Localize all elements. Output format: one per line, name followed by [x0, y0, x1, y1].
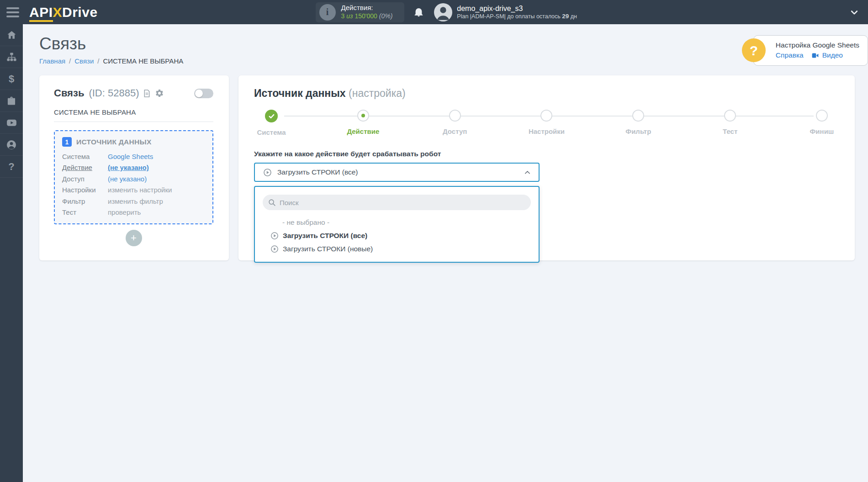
connection-toggle[interactable]: [194, 89, 213, 98]
home-icon: [6, 30, 17, 40]
select-value: Загрузить СТРОКИ (все): [277, 168, 358, 176]
page-title: Связь: [39, 34, 855, 53]
actions-counter: i Действия: 3 из 150'000 (0%): [316, 2, 405, 22]
sidebar-item-help[interactable]: ?: [0, 156, 23, 178]
action-value-link[interactable]: (не указано): [108, 164, 149, 171]
user-plan: Plan |ADM-AP-SM| до оплаты осталось 29 д…: [457, 13, 577, 20]
sidebar-item-account[interactable]: [0, 134, 23, 156]
sidebar-item-billing[interactable]: $: [0, 68, 23, 90]
hamburger-menu-icon[interactable]: [6, 7, 19, 17]
help-link[interactable]: Справка: [776, 50, 804, 60]
source-step-badge: 1: [62, 137, 72, 147]
connection-card: Связь (ID: 52885) СИСТЕМА НЕ ВЫБРАНА 1 И…: [39, 75, 229, 260]
source-row-test: Тест проверить: [62, 207, 205, 218]
option-load-rows-new[interactable]: Загрузить СТРОКИ (новые): [255, 242, 539, 255]
source-row-action: Действие (не указано): [62, 162, 205, 174]
system-value-link[interactable]: Google Sheets: [108, 153, 153, 160]
video-link[interactable]: Видео: [822, 50, 843, 60]
help-card-title: Настройка Google Sheets: [776, 40, 859, 50]
source-settings-panel: Источник данных (настройка) Система: [238, 75, 855, 260]
source-row-system: Система Google Sheets: [62, 151, 205, 162]
settings-value-link[interactable]: изменить настройки: [108, 186, 172, 194]
test-value-link[interactable]: проверить: [108, 208, 141, 216]
source-row-filter: Фильтр изменить фильтр: [62, 196, 205, 207]
step-action[interactable]: Действие: [346, 110, 381, 136]
chevron-up-icon: [524, 169, 531, 176]
step-done-check-icon: [265, 110, 278, 122]
source-row-access: Доступ (не указано): [62, 173, 205, 185]
sidebar-item-services[interactable]: [0, 90, 23, 112]
step-test[interactable]: Тест: [713, 110, 747, 136]
access-value-link[interactable]: (не указано): [108, 175, 147, 183]
action-dropdown: - не выбрано - Загрузить СТРОКИ (все) За…: [254, 186, 540, 263]
sidebar-nav: $ ?: [0, 24, 23, 482]
sidebar-item-video[interactable]: [0, 112, 23, 134]
user-avatar[interactable]: [434, 3, 452, 21]
data-source-box[interactable]: 1 ИСТОЧНИК ДАННЫХ Система Google Sheets …: [54, 130, 213, 224]
search-input[interactable]: [280, 199, 525, 207]
step-active-dot: [361, 114, 365, 117]
step-access[interactable]: Доступ: [438, 110, 472, 136]
add-step-button[interactable]: +: [126, 230, 142, 246]
help-card: ? Настройка Google Sheets Справка Видео: [753, 35, 868, 66]
logo-part-api: API: [29, 5, 53, 22]
stepper: Система Действие Доступ Настройки: [254, 110, 839, 139]
step-settings[interactable]: Настройки: [529, 110, 564, 136]
actions-count: 3 из 150'000 (0%): [341, 12, 393, 21]
user-name: demo_apix-drive_s3: [457, 4, 577, 13]
help-question-icon[interactable]: ?: [742, 38, 766, 62]
breadcrumb-home[interactable]: Главная: [39, 57, 65, 65]
step-system[interactable]: Система: [254, 110, 289, 136]
breadcrumb-current: СИСТЕМА НЕ ВЫБРАНА: [103, 57, 183, 65]
source-row-settings: Настройки изменить настройки: [62, 185, 205, 196]
option-not-selected[interactable]: - не выбрано -: [255, 216, 539, 229]
connection-title: Связь: [54, 87, 84, 99]
user-icon: [6, 139, 17, 150]
sidebar-item-connections[interactable]: [0, 46, 23, 68]
search-icon: [268, 199, 276, 207]
action-select[interactable]: Загрузить СТРОКИ (все): [254, 163, 540, 182]
logo-part-drive: Drive: [62, 5, 98, 20]
play-circle-icon: [263, 168, 272, 177]
app-logo[interactable]: APIXDrive: [29, 5, 98, 20]
option-load-rows-all[interactable]: Загрузить СТРОКИ (все): [255, 229, 539, 242]
youtube-icon: [6, 117, 17, 128]
briefcase-icon: [6, 96, 16, 106]
panel-title: Источник данных (настройка): [254, 87, 839, 100]
step-filter[interactable]: Фильтр: [621, 110, 656, 136]
sidebar-item-home[interactable]: [0, 24, 23, 46]
info-icon: i: [319, 4, 336, 21]
source-box-title: ИСТОЧНИК ДАННЫХ: [76, 138, 152, 146]
breadcrumb-links[interactable]: Связи: [74, 57, 94, 65]
user-menu[interactable]: demo_apix-drive_s3 Plan |ADM-AP-SM| до о…: [457, 4, 577, 20]
breadcrumb: Главная / Связи / СИСТЕМА НЕ ВЫБРАНА: [39, 57, 855, 65]
note-icon[interactable]: [143, 89, 151, 98]
dollar-icon: $: [9, 73, 14, 85]
notifications-bell-icon[interactable]: [413, 7, 424, 17]
gear-icon[interactable]: [155, 89, 164, 98]
question-icon: ?: [8, 161, 14, 173]
connection-id: (ID: 52885): [89, 87, 139, 99]
sitemap-icon: [6, 52, 17, 62]
action-question-label: Укажите на какое действие будет срабатыв…: [254, 150, 839, 158]
video-camera-icon: [811, 52, 820, 59]
top-bar: APIXDrive i Действия: 3 из 150'000 (0%) …: [0, 0, 868, 24]
filter-value-link[interactable]: изменить фильтр: [108, 197, 163, 205]
step-finish[interactable]: Финиш: [804, 110, 839, 136]
dropdown-search[interactable]: [263, 195, 531, 210]
logo-part-x: X: [53, 5, 63, 20]
play-circle-icon: [270, 245, 279, 253]
play-circle-icon: [270, 232, 279, 240]
actions-label: Действия:: [341, 4, 393, 12]
header-chevron-down-icon[interactable]: [795, 8, 859, 17]
connection-subtitle: СИСТЕМА НЕ ВЫБРАНА: [54, 108, 213, 122]
